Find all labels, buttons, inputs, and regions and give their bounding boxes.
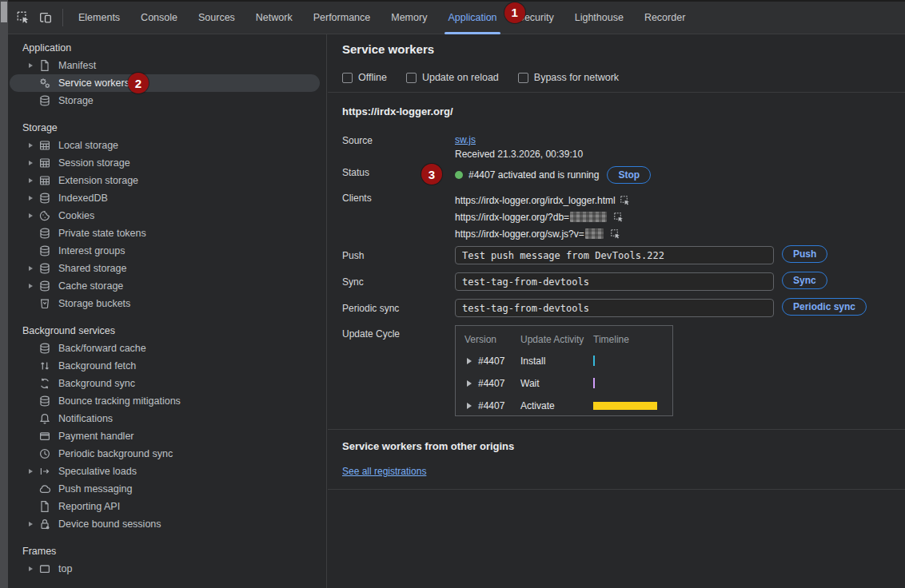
- client-url: https://irdx-logger.org/sw.js?v=: [455, 228, 584, 240]
- checkbox-box[interactable]: [518, 73, 528, 83]
- sync-button[interactable]: Sync: [782, 272, 827, 289]
- page-scrollbar-thumb[interactable]: [1, 2, 7, 22]
- sidebar-item-storage[interactable]: Storage: [8, 92, 326, 109]
- page-scrollbar[interactable]: [0, 0, 8, 588]
- client-item: https://irdx-logger.org/irdx_logger.html: [455, 192, 631, 209]
- tab-memory[interactable]: Memory: [381, 2, 437, 34]
- version-cell: #4407: [478, 400, 504, 411]
- push-button[interactable]: Push: [782, 245, 827, 263]
- database-icon: [38, 227, 51, 240]
- timeline-bar-wait: [593, 378, 595, 388]
- sidebar-section-title-application: Application: [8, 39, 326, 57]
- sidebar-item-top-frame[interactable]: top: [8, 560, 326, 578]
- expand-arrow-icon[interactable]: [29, 566, 33, 571]
- expand-arrow-icon[interactable]: [29, 161, 33, 165]
- expand-arrow-icon[interactable]: [467, 380, 472, 387]
- activity-cell: Activate: [520, 400, 555, 411]
- section-divider: [328, 489, 905, 490]
- redacted-value: [570, 212, 607, 222]
- sidebar-item-storage-buckets[interactable]: Storage buckets: [8, 295, 326, 312]
- tab-application[interactable]: Application 1: [437, 2, 507, 34]
- client-item: https://irdx-logger.org/sw.js?v=: [455, 225, 631, 242]
- focus-window-icon[interactable]: [620, 195, 631, 206]
- update-cycle-row: Update Cycle: [342, 328, 455, 340]
- sync-tag-input[interactable]: [455, 272, 774, 291]
- database-icon: [38, 262, 51, 275]
- sidebar-item-background-sync[interactable]: Background sync: [8, 375, 326, 392]
- sidebar-item-extension-storage[interactable]: Extension storage: [8, 172, 326, 189]
- client-url: https://irdx-logger.org/irdx_logger.html: [455, 195, 616, 206]
- tab-elements[interactable]: Elements: [68, 2, 130, 34]
- push-message-input[interactable]: [455, 246, 774, 264]
- status-running-dot: [455, 171, 463, 179]
- sync-label: Sync: [342, 272, 455, 288]
- toolbar-separator: [62, 9, 63, 26]
- focus-window-icon[interactable]: [613, 212, 624, 223]
- sidebar-item-back-forward-cache[interactable]: Back/forward cache: [8, 340, 326, 357]
- source-row: Source sw.js Received 21.3.2026, 00:39:1…: [342, 134, 583, 160]
- expand-arrow-icon[interactable]: [467, 403, 472, 409]
- tab-network[interactable]: Network: [245, 2, 303, 34]
- sidebar-section-application: Application Manifest Service workers 2 S…: [8, 39, 326, 109]
- stop-button[interactable]: Stop: [607, 166, 651, 184]
- update-on-reload-checkbox[interactable]: Update on reload: [406, 72, 499, 83]
- tab-sources[interactable]: Sources: [188, 2, 245, 34]
- status-text: #4407 activated and is running: [468, 169, 599, 181]
- expand-arrow-icon[interactable]: [29, 178, 33, 183]
- offline-checkbox[interactable]: Offline: [342, 72, 387, 83]
- expand-arrow-icon[interactable]: [29, 63, 33, 68]
- annotation-badge-2: 2: [128, 73, 149, 93]
- cloud-icon: [38, 483, 51, 495]
- checkbox-box[interactable]: [342, 73, 353, 83]
- expand-arrow-icon[interactable]: [29, 143, 33, 148]
- sidebar-item-push-messaging[interactable]: Push messaging: [8, 480, 326, 498]
- periodic-sync-button[interactable]: Periodic sync: [782, 298, 867, 316]
- sidebar-item-session-storage[interactable]: Session storage: [8, 154, 326, 172]
- sidebar-item-background-fetch[interactable]: Background fetch: [8, 357, 326, 375]
- database-icon: [38, 192, 51, 205]
- see-all-registrations-link[interactable]: See all registrations: [342, 466, 426, 477]
- sidebar-item-manifest[interactable]: Manifest: [8, 57, 326, 74]
- expand-arrow-icon[interactable]: [29, 284, 33, 288]
- expand-arrow-icon[interactable]: [29, 213, 33, 218]
- expand-arrow-icon[interactable]: [29, 266, 33, 271]
- tab-performance[interactable]: Performance: [303, 2, 381, 34]
- inspect-cursor-icon[interactable]: [16, 10, 30, 25]
- sidebar-item-reporting-api[interactable]: Reporting API: [8, 498, 326, 515]
- tab-console[interactable]: Console: [130, 2, 188, 34]
- sidebar-item-local-storage[interactable]: Local storage: [8, 137, 326, 154]
- sidebar-item-service-workers[interactable]: Service workers 2: [10, 74, 320, 92]
- bell-icon: [38, 412, 51, 425]
- sidebar-item-bounce-tracking-mitigations[interactable]: Bounce tracking mitigations: [8, 392, 326, 410]
- expand-arrow-icon[interactable]: [29, 469, 33, 474]
- periodic-sync-tag-input[interactable]: [455, 299, 774, 317]
- activity-cell: Wait: [520, 378, 540, 389]
- sidebar-item-private-state-tokens[interactable]: Private state tokens: [8, 224, 326, 242]
- push-label: Push: [342, 246, 455, 261]
- checkbox-box[interactable]: [406, 73, 417, 83]
- sidebar-item-speculative-loads[interactable]: Speculative loads: [8, 463, 326, 480]
- panel-title: Service workers: [342, 42, 434, 56]
- tab-lighthouse[interactable]: Lighthouse: [564, 2, 634, 34]
- sidebar-item-payment-handler[interactable]: Payment handler: [8, 427, 326, 445]
- gears-icon: [38, 77, 51, 89]
- sidebar-item-periodic-background-sync[interactable]: Periodic background sync: [8, 445, 326, 463]
- sidebar-item-interest-groups[interactable]: Interest groups: [8, 242, 326, 260]
- sidebar-item-cookies[interactable]: Cookies: [8, 207, 326, 224]
- sidebar-item-cache-storage[interactable]: Cache storage: [8, 277, 326, 295]
- sidebar-item-device-bound-sessions[interactable]: Device bound sessions: [8, 515, 326, 533]
- bypass-for-network-checkbox[interactable]: Bypass for network: [518, 72, 619, 83]
- source-file-link[interactable]: sw.js: [455, 134, 476, 145]
- sidebar-item-indexeddb[interactable]: IndexedDB: [8, 189, 326, 207]
- sidebar-item-shared-storage[interactable]: Shared storage: [8, 260, 326, 277]
- device-toolbar-icon[interactable]: [38, 10, 53, 25]
- expand-arrow-icon[interactable]: [29, 196, 33, 201]
- payment-card-icon: [38, 430, 51, 443]
- focus-window-icon[interactable]: [610, 228, 621, 240]
- sidebar-item-notifications[interactable]: Notifications: [8, 410, 326, 427]
- source-label: Source: [342, 134, 455, 146]
- version-cell: #4407: [478, 378, 504, 389]
- expand-arrow-icon[interactable]: [467, 358, 472, 364]
- tab-recorder[interactable]: Recorder: [634, 2, 696, 34]
- expand-arrow-icon[interactable]: [29, 522, 33, 526]
